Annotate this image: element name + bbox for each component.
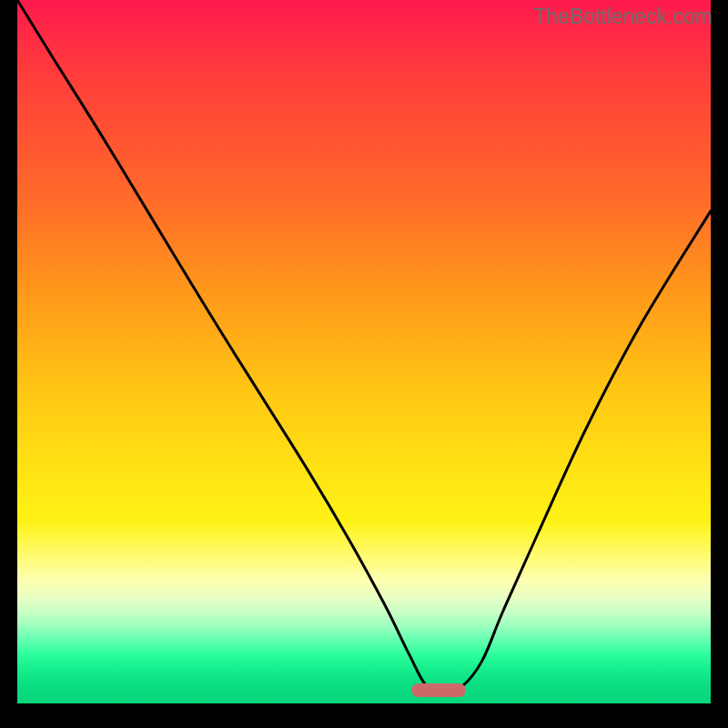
watermark-text: TheBottleneck.com [533, 5, 713, 29]
chart-frame: TheBottleneck.com [0, 0, 728, 728]
bottleneck-curve [0, 0, 728, 728]
optimal-marker [411, 683, 466, 697]
